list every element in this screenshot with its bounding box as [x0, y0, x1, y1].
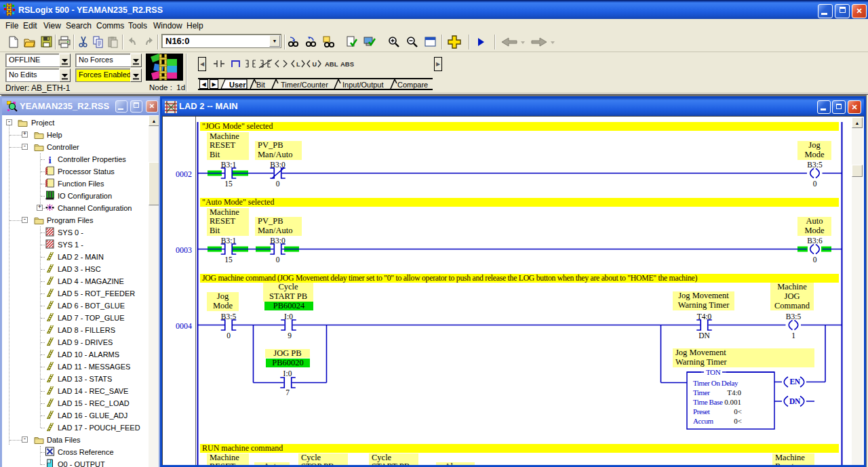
- svg-text:L: L: [296, 61, 300, 68]
- svg-text:ABL: ABL: [325, 60, 338, 68]
- svg-text:U: U: [313, 61, 317, 68]
- svg-text:ABS: ABS: [340, 60, 354, 68]
